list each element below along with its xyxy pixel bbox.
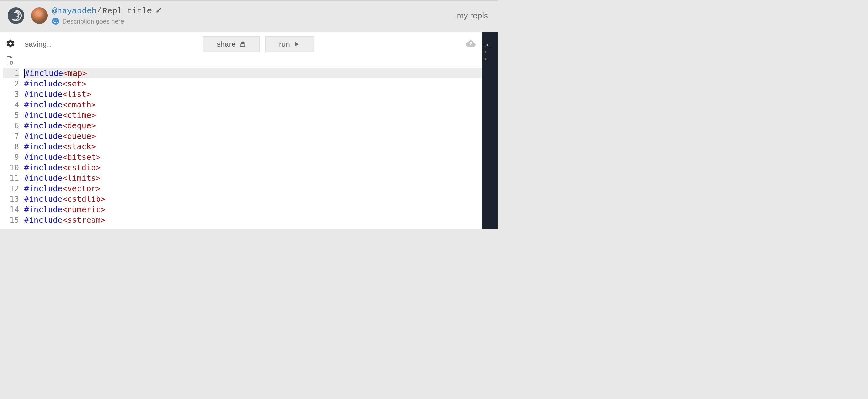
editor-toolbar: saving.. share run	[0, 32, 482, 55]
include-target-token: <cmath>	[62, 99, 96, 110]
code-line[interactable]: #include <list>	[24, 89, 482, 99]
include-target-token: <set>	[62, 79, 86, 89]
description-row: Description goes here	[52, 18, 162, 25]
keyword-token: #include	[24, 120, 62, 131]
code-line[interactable]: #include <cmath>	[24, 99, 482, 110]
edit-title-icon[interactable]	[156, 7, 162, 15]
console-prompt: >	[484, 48, 496, 55]
console-prompt: >	[484, 56, 496, 63]
include-target-token: <list>	[62, 89, 91, 99]
share-button-label: share	[217, 40, 236, 49]
keyword-token: #include	[24, 194, 62, 204]
save-status: saving..	[25, 40, 51, 49]
keyword-token: #include	[24, 131, 62, 141]
keyword-token: #include	[24, 183, 62, 194]
keyword-token: #include	[24, 99, 62, 110]
line-number: 14	[3, 204, 19, 215]
editor-pane: saving.. share run 123456789101112131415…	[0, 32, 482, 229]
line-number: 8	[3, 141, 19, 152]
settings-gear-icon[interactable]	[6, 39, 15, 50]
share-button[interactable]: share	[203, 36, 259, 52]
code-line[interactable]: #include <cstdio>	[24, 162, 482, 173]
console-pane[interactable]: gc > >	[482, 32, 498, 229]
add-file-icon[interactable]	[6, 60, 13, 66]
code-editor[interactable]: 123456789101112131415 #include <map>#inc…	[0, 68, 482, 229]
line-number-gutter: 123456789101112131415	[0, 68, 24, 229]
cpp-language-icon	[52, 18, 59, 25]
line-number: 6	[3, 120, 19, 131]
code-line[interactable]: #include <numeric>	[24, 204, 482, 215]
code-line[interactable]: #include <bitset>	[24, 152, 482, 162]
keyword-token: #include	[24, 162, 62, 173]
keyword-token: #include	[24, 173, 62, 183]
line-number: 5	[3, 110, 19, 120]
line-number: 3	[3, 89, 19, 99]
include-target-token: <deque>	[62, 120, 96, 131]
repl-title[interactable]: Repl title	[102, 6, 152, 16]
keyword-token: #include	[24, 152, 62, 162]
file-tools	[0, 55, 482, 68]
header-bar: @hayaodeh / Repl title Description goes …	[0, 1, 498, 32]
code-line[interactable]: #include <sstream>	[24, 215, 482, 225]
user-avatar[interactable]	[31, 7, 48, 24]
line-number: 15	[3, 215, 19, 225]
code-line[interactable]: #include <queue>	[24, 131, 482, 141]
line-number: 4	[3, 99, 19, 110]
keyword-token: #include	[24, 110, 62, 120]
username-link[interactable]: @hayaodeh	[52, 6, 97, 16]
run-button[interactable]: run	[265, 36, 314, 52]
replit-logo[interactable]	[8, 7, 24, 24]
code-line[interactable]: #include <cstdlib>	[24, 194, 482, 204]
cloud-upload-icon[interactable]	[466, 40, 476, 49]
include-target-token: <ctime>	[62, 110, 96, 120]
run-button-label: run	[279, 40, 290, 49]
code-line[interactable]: #include <set>	[24, 79, 482, 89]
include-target-token: <numeric>	[62, 204, 105, 215]
code-line[interactable]: #include <ctime>	[24, 110, 482, 120]
console-line: gc	[484, 41, 496, 48]
include-target-token: <limits>	[62, 173, 100, 183]
title-row: @hayaodeh / Repl title	[52, 6, 162, 16]
code-line[interactable]: #include <limits>	[24, 173, 482, 183]
include-target-token: <map>	[63, 68, 87, 79]
line-number: 10	[3, 162, 19, 173]
keyword-token: #include	[24, 215, 62, 225]
code-line[interactable]: #include <vector>	[24, 183, 482, 194]
main-area: saving.. share run 123456789101112131415…	[0, 32, 498, 229]
share-icon	[239, 41, 246, 48]
my-repls-link[interactable]: my repls	[457, 11, 490, 21]
include-target-token: <sstream>	[62, 215, 105, 225]
line-number: 7	[3, 131, 19, 141]
code-line[interactable]: #include <stack>	[24, 141, 482, 152]
code-line[interactable]: #include <deque>	[24, 120, 482, 131]
code-content[interactable]: #include <map>#include <set>#include <li…	[24, 68, 482, 229]
line-number: 9	[3, 152, 19, 162]
keyword-token: #include	[24, 204, 62, 215]
title-separator: /	[97, 6, 102, 16]
line-number: 11	[3, 173, 19, 183]
code-line[interactable]: #include <map>	[24, 68, 482, 79]
spiral-logo-icon	[9, 8, 23, 23]
line-number: 2	[3, 79, 19, 89]
keyword-token: #include	[24, 79, 62, 89]
include-target-token: <cstdio>	[62, 162, 100, 173]
include-target-token: <cstdlib>	[62, 194, 105, 204]
include-target-token: <vector>	[62, 183, 100, 194]
include-target-token: <stack>	[62, 141, 96, 152]
repl-description[interactable]: Description goes here	[62, 18, 124, 25]
keyword-token: #include	[25, 68, 63, 79]
keyword-token: #include	[24, 141, 62, 152]
include-target-token: <bitset>	[62, 152, 100, 162]
title-block: @hayaodeh / Repl title Description goes …	[52, 6, 162, 25]
line-number: 12	[3, 183, 19, 194]
line-number: 13	[3, 194, 19, 204]
include-target-token: <queue>	[62, 131, 96, 141]
line-number: 1	[3, 68, 19, 79]
play-icon	[293, 41, 300, 48]
keyword-token: #include	[24, 89, 62, 99]
